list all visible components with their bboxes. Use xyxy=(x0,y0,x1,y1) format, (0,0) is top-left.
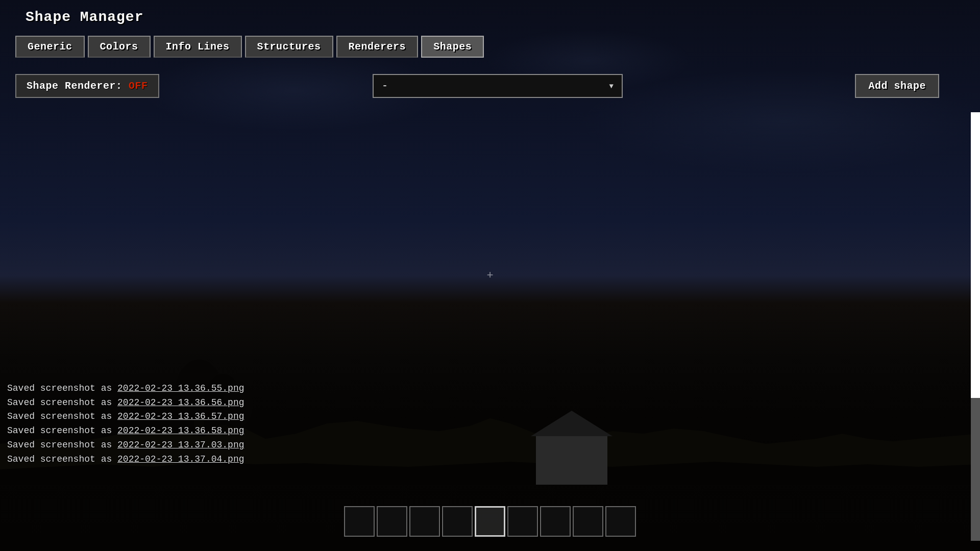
tab-shapes[interactable]: Shapes xyxy=(421,36,484,58)
tab-renderers[interactable]: Renderers xyxy=(336,36,419,58)
tab-generic[interactable]: Generic xyxy=(15,36,85,58)
hotbar-slot-2[interactable] xyxy=(377,506,407,537)
log-prefix-4: Saved screenshot as xyxy=(7,425,117,436)
log-filename-3: 2022-02-23_13.36.57.png xyxy=(117,411,244,421)
hotbar-slot-6[interactable] xyxy=(507,506,538,537)
log-line-2: Saved screenshot as 2022-02-23_13.36.56.… xyxy=(7,396,244,410)
shape-renderer-label: Shape Renderer: xyxy=(27,80,129,92)
screenshot-log: Saved screenshot as 2022-02-23_13.36.55.… xyxy=(7,382,244,467)
shape-renderer-toggle[interactable]: Shape Renderer: OFF xyxy=(15,74,159,98)
log-line-6: Saved screenshot as 2022-02-23_13.37.04.… xyxy=(7,453,244,467)
scrollbar-thumb[interactable] xyxy=(971,112,980,398)
log-filename-6: 2022-02-23_13.37.04.png xyxy=(117,454,244,464)
shape-type-dropdown[interactable]: - ▼ xyxy=(373,74,623,98)
hotbar-slot-1[interactable] xyxy=(344,506,375,537)
hotbar-slot-5[interactable] xyxy=(475,506,505,537)
log-prefix-1: Saved screenshot as xyxy=(7,383,117,393)
log-filename-1: 2022-02-23_13.36.55.png xyxy=(117,383,244,393)
scrollbar-track[interactable] xyxy=(971,112,980,541)
hotbar-slot-7[interactable] xyxy=(540,506,571,537)
log-prefix-2: Saved screenshot as xyxy=(7,397,117,408)
dropdown-value: - xyxy=(382,80,388,92)
tab-info-lines[interactable]: Info Lines xyxy=(154,36,242,58)
log-filename-2: 2022-02-23_13.36.56.png xyxy=(117,397,244,408)
hotbar-slot-8[interactable] xyxy=(573,506,603,537)
shape-renderer-status: OFF xyxy=(129,80,148,92)
tab-bar: Generic Colors Info Lines Structures Ren… xyxy=(15,36,484,58)
hotbar-slot-9[interactable] xyxy=(605,506,636,537)
add-shape-button[interactable]: Add shape xyxy=(855,74,939,98)
log-prefix-3: Saved screenshot as xyxy=(7,411,117,421)
log-line-4: Saved screenshot as 2022-02-23_13.36.58.… xyxy=(7,424,244,438)
log-filename-5: 2022-02-23_13.37.03.png xyxy=(117,440,244,450)
log-prefix-6: Saved screenshot as xyxy=(7,454,117,464)
dropdown-arrow-icon: ▼ xyxy=(609,82,614,90)
log-line-1: Saved screenshot as 2022-02-23_13.36.55.… xyxy=(7,382,244,396)
tab-colors[interactable]: Colors xyxy=(88,36,151,58)
tab-structures[interactable]: Structures xyxy=(245,36,333,58)
hotbar xyxy=(344,506,636,537)
log-prefix-5: Saved screenshot as xyxy=(7,440,117,450)
svg-marker-9 xyxy=(531,411,612,436)
log-line-5: Saved screenshot as 2022-02-23_13.37.03.… xyxy=(7,438,244,453)
log-filename-4: 2022-02-23_13.36.58.png xyxy=(117,425,244,436)
hotbar-slot-4[interactable] xyxy=(442,506,473,537)
log-line-3: Saved screenshot as 2022-02-23_13.36.57.… xyxy=(7,410,244,424)
hotbar-slot-3[interactable] xyxy=(409,506,440,537)
